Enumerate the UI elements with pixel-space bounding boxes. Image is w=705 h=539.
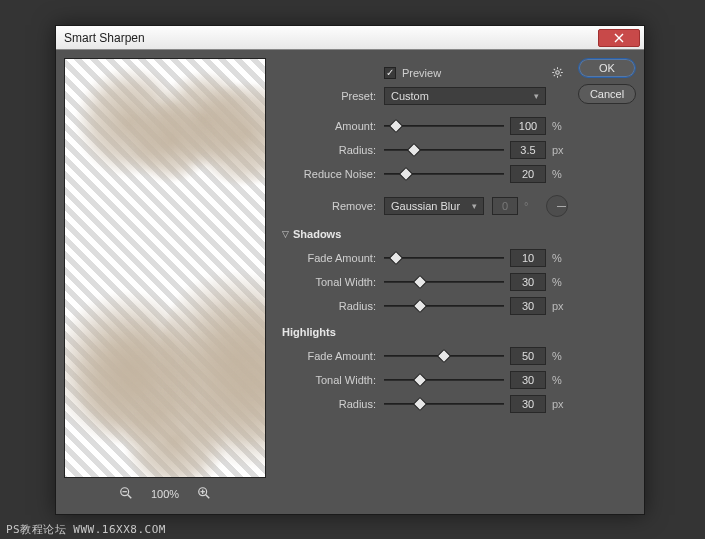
amount-input[interactable]: 100 [510, 117, 546, 135]
hl-tonal-label: Tonal Width: [282, 374, 384, 386]
hl-fade-label: Fade Amount: [282, 350, 384, 362]
preview-image[interactable] [64, 58, 266, 478]
angle-dial [546, 195, 568, 217]
zoom-level[interactable]: 100% [151, 488, 179, 500]
sh-radius-label: Radius: [282, 300, 384, 312]
sh-fade-slider[interactable] [384, 250, 504, 266]
noise-label: Reduce Noise: [282, 168, 384, 180]
svg-line-14 [560, 68, 561, 69]
amount-unit: % [546, 120, 568, 132]
titlebar[interactable]: Smart Sharpen [56, 26, 644, 50]
cancel-button[interactable]: Cancel [578, 84, 636, 104]
hl-fade-slider[interactable] [384, 348, 504, 364]
close-icon [614, 33, 624, 43]
sh-tonal-input[interactable]: 30 [510, 273, 546, 291]
noise-slider[interactable] [384, 166, 504, 182]
svg-line-4 [206, 495, 210, 499]
hl-radius-label: Radius: [282, 398, 384, 410]
preset-value: Custom [391, 90, 429, 102]
svg-point-7 [556, 70, 560, 74]
svg-line-15 [554, 74, 555, 75]
noise-input[interactable]: 20 [510, 165, 546, 183]
radius-unit: px [546, 144, 568, 156]
svg-line-13 [560, 74, 561, 75]
radius-label: Radius: [282, 144, 384, 156]
hl-tonal-unit: % [546, 374, 568, 386]
remove-angle-unit: ° [518, 200, 540, 212]
zoom-controls: 100% [64, 482, 266, 506]
remove-angle-input: 0 [492, 197, 518, 215]
hl-fade-unit: % [546, 350, 568, 362]
sh-radius-slider[interactable] [384, 298, 504, 314]
hl-radius-input[interactable]: 30 [510, 395, 546, 413]
amount-label: Amount: [282, 120, 384, 132]
sh-radius-unit: px [546, 300, 568, 312]
chevron-down-icon: ▾ [534, 91, 539, 101]
settings-gear-icon[interactable] [551, 66, 564, 81]
svg-line-12 [554, 68, 555, 69]
preset-label: Preset: [282, 90, 384, 102]
hl-tonal-input[interactable]: 30 [510, 371, 546, 389]
remove-value: Gaussian Blur [391, 200, 460, 212]
smart-sharpen-dialog: Smart Sharpen 100% [55, 25, 645, 515]
watermark: PS教程论坛 WWW.16XX8.COM [6, 522, 166, 537]
sh-radius-input[interactable]: 30 [510, 297, 546, 315]
dialog-buttons: OK Cancel [578, 58, 636, 506]
sh-fade-unit: % [546, 252, 568, 264]
sh-tonal-label: Tonal Width: [282, 276, 384, 288]
sh-fade-label: Fade Amount: [282, 252, 384, 264]
ok-button[interactable]: OK [578, 58, 636, 78]
radius-slider[interactable] [384, 142, 504, 158]
highlights-title: Highlights [282, 326, 336, 338]
sh-fade-input[interactable]: 10 [510, 249, 546, 267]
chevron-down-icon: ▾ [472, 201, 477, 211]
hl-radius-unit: px [546, 398, 568, 410]
shadows-header[interactable]: ▽ Shadows [282, 224, 568, 244]
preview-panel: 100% [64, 58, 266, 506]
remove-label: Remove: [282, 200, 384, 212]
preview-label: Preview [402, 67, 441, 79]
zoom-out-button[interactable] [119, 486, 133, 502]
sh-tonal-slider[interactable] [384, 274, 504, 290]
close-button[interactable] [598, 29, 640, 47]
hl-tonal-slider[interactable] [384, 372, 504, 388]
disclosure-icon: ▽ [282, 229, 289, 239]
svg-line-1 [128, 495, 132, 499]
noise-unit: % [546, 168, 568, 180]
zoom-in-button[interactable] [197, 486, 211, 502]
preview-checkbox[interactable]: ✓ [384, 67, 396, 79]
highlights-header: Highlights [282, 322, 568, 342]
sh-tonal-unit: % [546, 276, 568, 288]
remove-select[interactable]: Gaussian Blur ▾ [384, 197, 484, 215]
hl-radius-slider[interactable] [384, 396, 504, 412]
preset-select[interactable]: Custom ▾ [384, 87, 546, 105]
dialog-title: Smart Sharpen [64, 31, 145, 45]
shadows-title: Shadows [293, 228, 341, 240]
radius-input[interactable]: 3.5 [510, 141, 546, 159]
amount-slider[interactable] [384, 118, 504, 134]
hl-fade-input[interactable]: 50 [510, 347, 546, 365]
controls-panel: ✓ Preview Preset: Custom ▾ Amount: [272, 58, 572, 506]
